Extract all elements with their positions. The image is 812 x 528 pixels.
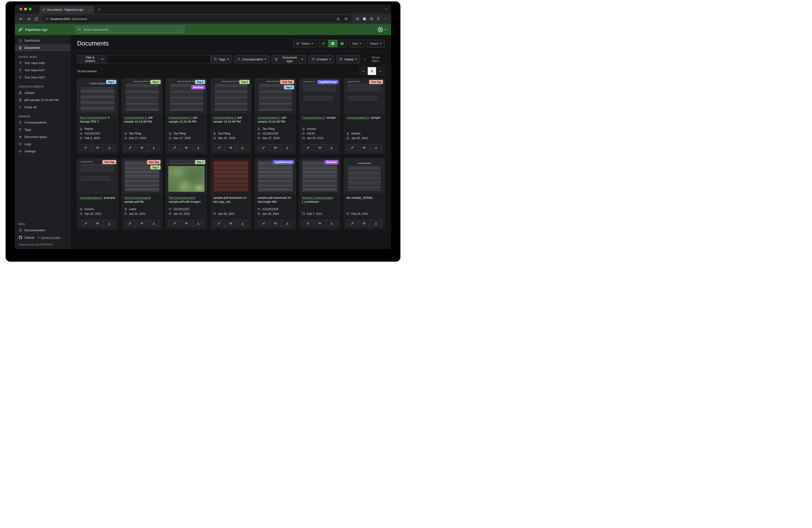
view-button[interactable] xyxy=(225,220,237,227)
search-input[interactable] xyxy=(76,26,184,33)
tag-badge[interactable]: TagWithPartial xyxy=(317,80,338,84)
view-button[interactable] xyxy=(314,144,326,151)
correspondent-link[interactable]: Correspondent 2 xyxy=(169,116,191,119)
sidebar-item-dashboard[interactable]: Dashboard xyxy=(15,37,71,44)
edit-button[interactable] xyxy=(79,220,92,227)
tag-badge[interactable]: Tag 3 xyxy=(239,80,249,84)
tag-badge[interactable]: TagWithPartial xyxy=(273,160,294,164)
document-thumbnail[interactable]: Tag 3 xyxy=(166,159,207,194)
view-button[interactable] xyxy=(358,144,370,151)
document-thumbnail[interactable]: Adobe Acrobat PDF Files Tag 3 xyxy=(122,79,162,113)
suggest-idea-link[interactable]: Suggest an idea xyxy=(37,236,60,239)
forward-button[interactable] xyxy=(25,16,32,22)
correspondent-link[interactable]: Correspondent 2 xyxy=(258,116,280,119)
close-window-button[interactable] xyxy=(19,8,22,11)
previous-page-button[interactable]: « xyxy=(359,67,368,75)
download-button[interactable] xyxy=(103,220,115,227)
sidebar-item-document-types[interactable]: Document types xyxy=(15,133,71,141)
document-thumbnail[interactable]: TagWithPartial xyxy=(255,159,295,194)
tag-badge[interactable]: Test Tag xyxy=(280,80,294,84)
document-thumbnail[interactable]: A Simple PDF File TagWithPartial xyxy=(300,79,340,113)
edit-button[interactable] xyxy=(169,144,180,151)
views-button[interactable]: Views xyxy=(367,40,385,47)
tag-badge[interactable]: Tag 2 xyxy=(195,80,205,84)
sidebar-item-correspondents[interactable]: Correspondents xyxy=(15,119,71,126)
view-button[interactable] xyxy=(269,144,281,151)
sidebar-item-open-doc-pdf-sample[interactable]: pdf-sample 10.24.48 PM xyxy=(15,96,71,103)
current-page-button[interactable]: 1 xyxy=(368,67,376,75)
correspondent-link[interactable]: Test Correspondent xyxy=(169,196,195,199)
bookmark-button[interactable] xyxy=(343,16,349,22)
zoom-window-button[interactable] xyxy=(29,8,32,11)
reload-button[interactable] xyxy=(33,16,40,22)
document-thumbnail[interactable]: NewOne xyxy=(300,159,340,194)
correspondent-filter-button[interactable]: Correspondent xyxy=(234,55,269,63)
document-thumbnail[interactable] xyxy=(211,159,251,194)
sidebar-item-test-view-and[interactable]: Test View AND xyxy=(15,59,71,67)
correspondent-link[interactable]: Correspondent 2 xyxy=(346,116,369,119)
document-title-text[interactable]: : sample xyxy=(324,116,336,119)
created-filter-button[interactable]: Created xyxy=(308,55,334,63)
download-button[interactable] xyxy=(103,144,115,151)
view-button[interactable] xyxy=(358,220,370,227)
document-title-text[interactable]: sample-pdf-download-10-mb copy_red xyxy=(213,196,247,203)
download-button[interactable] xyxy=(370,220,382,227)
side-panel-button[interactable] xyxy=(368,16,374,22)
document-type-filter-button[interactable]: Document type xyxy=(272,55,306,63)
labs-button[interactable] xyxy=(354,16,361,22)
user-menu-button[interactable] xyxy=(376,27,388,33)
edit-button[interactable] xyxy=(124,144,136,151)
minimize-window-button[interactable] xyxy=(24,8,27,11)
document-thumbnail[interactable]: A Simple PDF File Test Tag xyxy=(77,159,118,194)
document-title-text[interactable]: : sample xyxy=(369,116,380,119)
edit-button[interactable] xyxy=(169,220,180,227)
sidebar-item-tags[interactable]: Tags xyxy=(15,126,71,133)
download-button[interactable] xyxy=(236,220,249,227)
sidebar-item-test-view-not[interactable]: Test View NOT xyxy=(15,74,71,81)
edit-button[interactable] xyxy=(213,144,225,151)
view-button[interactable] xyxy=(180,144,192,151)
edit-button[interactable] xyxy=(346,220,359,227)
view-list-button[interactable] xyxy=(319,40,328,47)
sidebar-item-documentation[interactable]: Documentation xyxy=(15,227,71,234)
added-filter-button[interactable]: Added xyxy=(336,55,360,63)
browser-menu-button[interactable] xyxy=(382,16,388,22)
download-button[interactable] xyxy=(236,144,249,151)
edit-button[interactable] xyxy=(302,144,314,151)
sidebar-item-github[interactable]: GitHub xyxy=(18,236,34,239)
sidebar-item-test-view-any[interactable]: Test View ANY xyxy=(15,67,71,74)
download-button[interactable] xyxy=(148,220,160,227)
document-thumbnail[interactable]: A Simple PDF File Test Tag xyxy=(344,79,385,113)
sort-button[interactable]: Sort xyxy=(349,40,364,47)
edit-button[interactable] xyxy=(258,144,270,151)
sidebar-item-close-all[interactable]: Close all xyxy=(15,103,71,111)
download-button[interactable] xyxy=(281,144,293,151)
tag-badge[interactable]: Test Tag xyxy=(369,80,383,84)
extensions-button[interactable] xyxy=(361,16,367,22)
select-button[interactable]: Select xyxy=(293,40,317,47)
document-thumbnail[interactable]: Lorem Ipsum Tag 2 xyxy=(77,79,118,113)
view-button[interactable] xyxy=(91,220,103,227)
share-button[interactable] xyxy=(335,16,341,22)
tag-badge[interactable]: Tag 3 xyxy=(195,160,205,164)
download-button[interactable] xyxy=(192,220,204,227)
sidebar-item-settings[interactable]: Settings xyxy=(15,148,71,155)
view-button[interactable] xyxy=(225,144,237,151)
new-tab-button[interactable] xyxy=(97,7,102,12)
view-details-button[interactable] xyxy=(337,40,347,47)
view-grid-button[interactable] xyxy=(328,40,337,47)
tag-badge[interactable]: NewOne xyxy=(324,160,338,164)
correspondent-link[interactable]: Correspondent 2 xyxy=(302,116,324,119)
correspondent-link[interactable]: Correspondent 2 xyxy=(79,196,102,199)
document-thumbnail[interactable]: Lorem ipsum xyxy=(344,159,385,194)
correspondent-link[interactable]: Correspondent 2 xyxy=(213,116,236,119)
back-button[interactable] xyxy=(18,16,24,22)
download-button[interactable] xyxy=(326,144,338,151)
edit-button[interactable] xyxy=(213,220,225,227)
document-title-text[interactable]: sample-pdf-download-10-mb-longer-title xyxy=(258,196,292,203)
document-title-text[interactable]: file-sample_150kBs xyxy=(346,196,373,199)
correspondent-link[interactable]: Newest Correspondent xyxy=(302,196,333,199)
view-button[interactable] xyxy=(136,144,148,151)
view-button[interactable] xyxy=(180,220,192,227)
view-button[interactable] xyxy=(91,144,103,151)
